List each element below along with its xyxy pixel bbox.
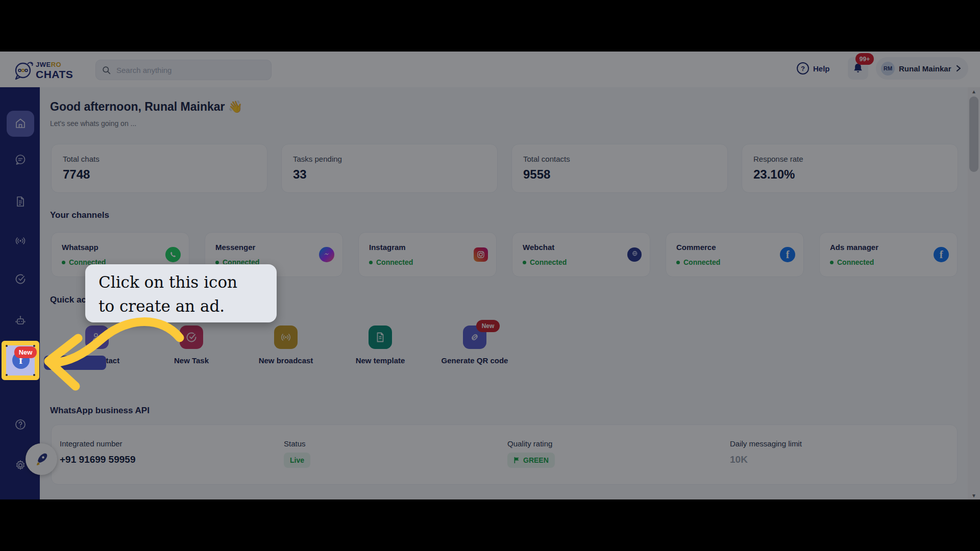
screen: JWERO CHATS ? Help 99+ RM Runal Mainkar bbox=[0, 0, 980, 551]
new-badge: New bbox=[14, 346, 37, 358]
